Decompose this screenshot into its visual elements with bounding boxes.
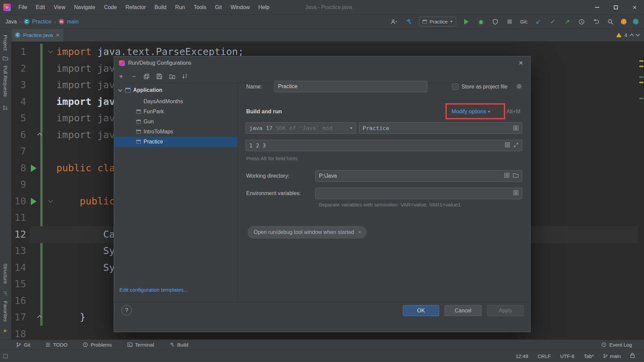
ok-button[interactable]: OK [403, 305, 439, 316]
menu-help[interactable]: Help [255, 3, 273, 12]
tool-button-todo[interactable]: TODO [46, 342, 67, 348]
git-branch-widget[interactable]: main [603, 353, 621, 359]
gear-icon[interactable] [516, 83, 522, 91]
chevron-down-icon [350, 127, 353, 129]
apply-button[interactable]: Apply [487, 305, 524, 316]
git-push-icon[interactable]: ↗ [563, 18, 571, 26]
run-gutter-icon[interactable] [31, 165, 37, 172]
git-update-icon[interactable]: ↙ [534, 18, 542, 26]
run-button[interactable] [463, 18, 471, 26]
run-gutter-icon[interactable] [31, 198, 37, 205]
stripe-mark[interactable] [639, 76, 643, 78]
add-configuration-button[interactable]: + [116, 72, 126, 81]
menu-tools[interactable]: Tools [190, 3, 210, 12]
working-directory-field[interactable]: P:\Java [315, 170, 522, 182]
breadcrumb-practice[interactable]: Practice [32, 19, 52, 25]
expand-field-icon[interactable] [513, 125, 519, 131]
menu-edit[interactable]: Edit [32, 3, 49, 12]
error-stripe[interactable] [639, 42, 644, 340]
warning-count: 4 [625, 32, 627, 38]
tab-practice-java[interactable]: C Practice.java ✕ [11, 29, 64, 42]
menu-git[interactable]: Git [211, 3, 225, 12]
tree-item-introtomaps[interactable]: IntroToMaps [114, 127, 237, 137]
help-button[interactable]: ? [121, 305, 132, 315]
fold-start-icon[interactable] [48, 198, 53, 202]
tree-item-gun[interactable]: Gun [114, 117, 237, 127]
tool-button-favorites[interactable]: Favorites [3, 301, 8, 322]
tree-item-daysandmonths[interactable]: DaysAndMonths [114, 97, 237, 107]
tree-item-funpark[interactable]: FunPark [114, 107, 237, 117]
menu-file[interactable]: File [15, 3, 31, 12]
run-configuration-selector[interactable]: Practice [419, 17, 456, 26]
update-notification-icon[interactable]: ↑ [621, 19, 627, 24]
save-configuration-button[interactable] [154, 72, 164, 81]
close-button[interactable]: × [625, 0, 644, 15]
fold-start-icon[interactable] [48, 49, 53, 53]
expand-field-icon[interactable] [504, 173, 509, 179]
expand-field-icon[interactable] [513, 190, 519, 197]
code-line: } [56, 309, 86, 326]
tool-button-git[interactable]: Git [16, 342, 30, 348]
breadcrumb-main[interactable]: main [67, 19, 79, 25]
tool-button-structure[interactable]: Structure [3, 263, 8, 284]
debug-button[interactable] [477, 18, 485, 26]
tool-button-problems[interactable]: Problems [83, 342, 112, 348]
line-ending-indicator[interactable]: CRLF [538, 353, 551, 359]
menu-navigate[interactable]: Navigate [70, 3, 99, 12]
prev-warning-icon[interactable] [630, 34, 634, 38]
stripe-mark[interactable] [639, 82, 643, 83]
expand-field-icon[interactable] [505, 142, 510, 149]
maximize-button[interactable] [606, 0, 625, 15]
breadcrumb-java[interactable]: Java [5, 19, 17, 25]
environment-variables-field[interactable] [315, 188, 522, 199]
tool-button-terminal[interactable]: Terminal [127, 342, 154, 348]
remove-configuration-button[interactable]: − [129, 72, 139, 81]
chip-close-icon[interactable]: × [358, 229, 361, 235]
tab-close-icon[interactable]: ✕ [56, 32, 60, 38]
browse-folder-icon[interactable] [513, 173, 519, 179]
tree-node-application[interactable]: Application [114, 85, 237, 95]
dialog-close-icon[interactable]: × [516, 58, 526, 68]
open-tool-window-chip[interactable]: Open run/debug tool window when started … [248, 226, 367, 239]
code-with-me-icon[interactable] [633, 19, 639, 24]
minimize-button[interactable] [588, 0, 606, 15]
tree-item-practice[interactable]: Practice [114, 137, 237, 147]
configurations-toolbar: + − [116, 70, 190, 82]
coverage-button[interactable] [491, 18, 499, 26]
menu-code[interactable]: Code [100, 3, 120, 12]
encoding-indicator[interactable]: UTF-8 [560, 353, 575, 359]
rollback-icon[interactable] [592, 18, 600, 26]
tool-button-event-log[interactable]: Event Log [601, 342, 644, 348]
edit-configuration-templates-link[interactable]: Edit configuration templates... [119, 287, 188, 293]
menu-build[interactable]: Build [151, 3, 170, 12]
menu-refactor[interactable]: Refactor [122, 3, 149, 12]
store-as-project-file-checkbox[interactable] [452, 83, 459, 90]
tool-button-pull-requests[interactable]: Pull Requests [3, 66, 8, 97]
jdk-selector[interactable]: java 17 SDK of 'Java' mod [246, 122, 356, 134]
cancel-button[interactable]: Cancel [444, 305, 482, 316]
next-warning-icon[interactable] [636, 32, 640, 37]
profile-icon[interactable] [390, 18, 398, 26]
menu-window[interactable]: Window [227, 3, 253, 12]
new-folder-button[interactable] [167, 72, 177, 81]
indent-indicator[interactable]: Tab* [584, 353, 594, 359]
stripe-mark[interactable] [639, 98, 643, 99]
menu-view[interactable]: View [50, 3, 69, 12]
git-commit-icon[interactable]: ✓ [549, 18, 557, 26]
main-class-field[interactable]: Practice [359, 122, 522, 134]
stripe-mark[interactable] [639, 60, 643, 62]
menu-run[interactable]: Run [171, 3, 189, 12]
copy-configuration-button[interactable] [142, 72, 152, 81]
tool-button-build[interactable]: Build [169, 342, 188, 348]
stop-button[interactable] [506, 18, 514, 26]
tool-button-project[interactable]: Project [3, 35, 8, 51]
program-arguments-field[interactable]: 1 2 3 [246, 140, 522, 151]
restore-tool-windows-icon[interactable] [0, 354, 8, 358]
expand-window-icon[interactable] [514, 142, 519, 149]
history-icon[interactable] [578, 18, 586, 26]
search-everywhere-icon[interactable] [606, 18, 614, 26]
stripe-mark[interactable] [639, 66, 643, 67]
build-hammer-icon[interactable] [405, 18, 413, 26]
sort-configurations-button[interactable] [180, 72, 190, 81]
name-input[interactable] [274, 81, 427, 92]
